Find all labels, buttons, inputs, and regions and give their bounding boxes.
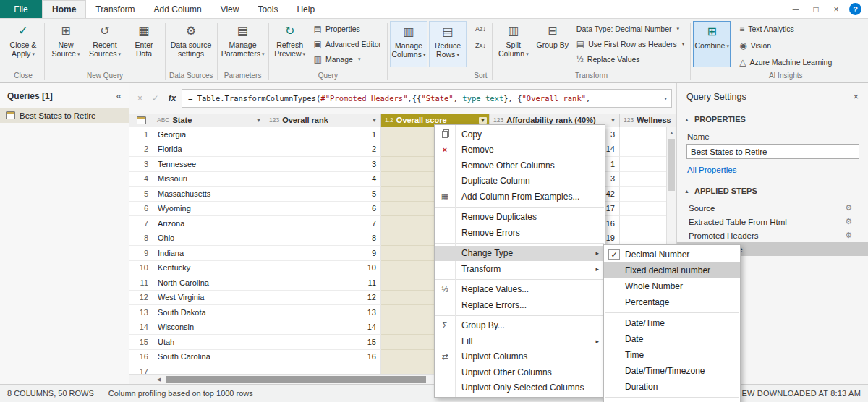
group-by-button[interactable]: ⊟ Group By [534, 21, 571, 67]
manage-columns-button[interactable]: ▥ Manage Columns▾ [390, 21, 427, 67]
query-item-best-states-to-retire[interactable]: Best States to Retire [0, 108, 129, 123]
cancel-formula-icon[interactable]: × [132, 93, 148, 103]
cell-overall-rank[interactable]: 3 [265, 157, 381, 172]
azure-machine-learning-button[interactable]: △Azure Machine Learning [736, 54, 835, 69]
cell-state[interactable]: Kentucky [153, 261, 265, 276]
cell-overall-rank[interactable]: 10 [265, 261, 381, 276]
tab-help[interactable]: Help [287, 0, 324, 18]
reduce-rows-button[interactable]: ▤ Reduce Rows▾ [429, 21, 467, 67]
cell-state[interactable]: North Carolina [153, 275, 265, 291]
filter-button[interactable]: ▼ [370, 117, 378, 124]
tab-view[interactable]: View [211, 0, 249, 18]
cell-overall-rank[interactable]: 11 [265, 275, 381, 291]
cell-state[interactable]: Wyoming [153, 202, 265, 217]
refresh-preview-button[interactable]: ↻ Refresh Preview▾ [271, 21, 309, 67]
cell-overall-rank[interactable]: 4 [265, 172, 381, 187]
data-type-button[interactable]: Data Type: Decimal Number▾ [573, 21, 683, 36]
cell-state[interactable]: South Dakota [153, 305, 265, 320]
cell-state[interactable]: Tennessee [153, 157, 265, 172]
row-number-cell[interactable]: 7 [129, 216, 153, 231]
cell-state[interactable]: Ohio [153, 231, 265, 247]
applied-step-source[interactable]: Source⚙ [677, 201, 868, 215]
scroll-left-icon[interactable]: ◀ [153, 377, 164, 382]
menu-item-remove-errors[interactable]: Remove Errors [435, 225, 605, 241]
row-number-cell[interactable]: 4 [129, 172, 153, 187]
collapse-panel-icon[interactable]: « [116, 90, 122, 101]
menu-item-fill[interactable]: Fill▸ [435, 333, 605, 349]
advanced-editor-button[interactable]: ▣Advanced Editor [310, 36, 385, 51]
cell-overall-rank[interactable]: 15 [265, 335, 381, 350]
submenu-item-decimal-number[interactable]: ✓Decimal Number [604, 247, 740, 262]
row-number-cell[interactable]: 8 [129, 231, 153, 247]
text-analytics-button[interactable]: ≡Text Analytics [736, 21, 798, 36]
menu-item-unpivot-other-columns[interactable]: Unpivot Other Columns [435, 364, 605, 380]
menu-item-duplicate-column[interactable]: Duplicate Column [435, 174, 605, 189]
gear-icon[interactable]: ⚙ [845, 217, 852, 226]
all-properties-link[interactable]: All Properties [677, 159, 868, 183]
filter-button[interactable]: ▼ [255, 117, 263, 124]
minimize-button[interactable]: ─ [786, 0, 806, 18]
row-number-cell[interactable]: 3 [129, 157, 153, 172]
sort-descending-button[interactable]: ZA↓ [472, 38, 490, 53]
cell-state[interactable]: West Virginia [153, 291, 265, 306]
formula-input[interactable]: = Table.TransformColumnTypes(#"Promoted … [182, 89, 672, 108]
applied-steps-section-header[interactable]: ▲ APPLIED STEPS [677, 183, 868, 199]
scroll-up-icon[interactable]: ▲ [667, 127, 676, 138]
gear-icon[interactable]: ⚙ [845, 231, 852, 240]
column-header-state[interactable]: ABC State ▼ [153, 114, 265, 127]
tab-home[interactable]: Home [42, 0, 86, 18]
submenu-item-date[interactable]: Date [604, 331, 740, 347]
row-number-cell[interactable]: 12 [129, 291, 153, 306]
cell-state[interactable]: Arizona [153, 216, 265, 231]
cell-overall-rank[interactable]: 9 [265, 246, 381, 261]
data-source-settings-button[interactable]: ⚙ Data source settings [168, 21, 214, 67]
cell-state[interactable]: Florida [153, 142, 265, 158]
menu-item-unpivot-columns[interactable]: ⇄Unpivot Columns [435, 349, 605, 365]
status-column-profiling[interactable]: Column profiling based on top 1000 rows [109, 389, 253, 398]
enter-data-button[interactable]: ▦ Enter Data [125, 21, 163, 67]
menu-item-remove-duplicates[interactable]: Remove Duplicates [435, 210, 605, 226]
properties-button[interactable]: ▤Properties [310, 21, 364, 36]
row-number-cell[interactable]: 14 [129, 320, 153, 335]
sort-ascending-button[interactable]: AZ↓ [472, 21, 490, 36]
tab-tools[interactable]: Tools [248, 0, 287, 18]
cell-overall-rank[interactable]: 2 [265, 142, 381, 158]
submenu-item-date-time-timezone[interactable]: Date/Time/Timezone [604, 363, 740, 379]
submenu-item-date-time[interactable]: Date/Time [604, 315, 740, 331]
horizontal-scroll-thumb[interactable] [166, 376, 426, 383]
new-source-button[interactable]: ⊞ New Source▾ [47, 21, 85, 67]
menu-item-replace-errors[interactable]: Replace Errors... [435, 297, 605, 313]
manage-parameters-button[interactable]: ▤ Manage Parameters▾ [220, 21, 266, 67]
vertical-scroll-thumb[interactable] [668, 139, 675, 191]
cell-overall-rank[interactable]: 13 [265, 305, 381, 320]
row-number-cell[interactable]: 1 [129, 127, 153, 142]
use-first-row-as-headers-button[interactable]: ▤ Use First Row as Headers▾ [573, 36, 688, 51]
cell-state[interactable]: Indiana [153, 246, 265, 261]
row-number-cell[interactable]: 15 [129, 335, 153, 350]
cell-state[interactable]: Georgia [153, 127, 265, 142]
expand-formula-icon[interactable]: ▾ [664, 95, 668, 102]
cell-overall-rank[interactable]: 12 [265, 291, 381, 306]
filter-button[interactable]: ▼ [609, 117, 617, 124]
row-number-cell[interactable]: 9 [129, 246, 153, 261]
cell-state[interactable]: Missouri [153, 172, 265, 187]
close-apply-button[interactable]: ✓ Close & Apply▾ [4, 21, 42, 67]
combine-button[interactable]: ⊞ Combine▾ [693, 21, 731, 67]
row-number-cell[interactable]: 2 [129, 142, 153, 158]
gear-icon[interactable]: ⚙ [845, 203, 852, 213]
replace-values-button[interactable]: ½ Replace Values [573, 51, 644, 67]
cell-state[interactable]: Wisconsin [153, 320, 265, 335]
column-header-wellness[interactable]: 123 Wellness [620, 114, 676, 127]
cell-overall-rank[interactable]: 8 [265, 231, 381, 247]
cell-overall-rank[interactable]: 14 [265, 320, 381, 335]
cell-overall-rank[interactable]: 1 [265, 127, 381, 142]
cell-state[interactable]: Utah [153, 335, 265, 350]
row-number-cell[interactable]: 13 [129, 305, 153, 320]
row-number-cell[interactable]: 10 [129, 261, 153, 276]
tab-add-column[interactable]: Add Column [145, 0, 211, 18]
file-tab[interactable]: File [0, 0, 42, 18]
cell-overall-rank[interactable]: 7 [265, 216, 381, 231]
submenu-item-whole-number[interactable]: Whole Number [604, 278, 740, 294]
cell-overall-rank[interactable]: 6 [265, 202, 381, 217]
filter-button[interactable]: ▼ [479, 117, 487, 124]
